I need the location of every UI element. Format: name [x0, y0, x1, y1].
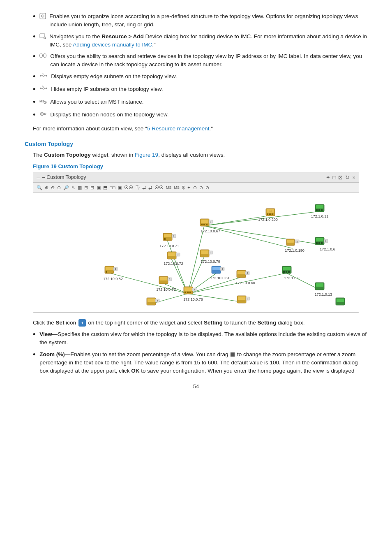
- toolbar-subnet-show[interactable]: ⊙: [192, 185, 198, 191]
- toolbar-search[interactable]: 🔎: [62, 185, 70, 191]
- widget-restore-icon[interactable]: □: [333, 174, 336, 181]
- node-172.10.0.73[interactable]: 3: [159, 276, 172, 284]
- adding-devices-link[interactable]: Adding devices manually to IMC: [73, 42, 152, 48]
- toolbar-zoom-reset[interactable]: ⊙: [56, 185, 62, 191]
- bullet-item-organize: • Enables you to organize icons accordin…: [33, 12, 367, 29]
- node-172.1.0.2[interactable]: [282, 266, 291, 273]
- svg-text:3: 3: [325, 240, 327, 242]
- resource-management-link[interactable]: 5 Resource management: [147, 125, 210, 132]
- ok-bold: OK: [131, 368, 139, 374]
- bullet-item-mst: • MS Allows you to select an MST instanc…: [33, 98, 367, 107]
- bullet-dot-6: •: [33, 97, 35, 107]
- bullet-text-hidden-nodes: Displays the hidden nodes on the topolog…: [50, 111, 367, 119]
- toolbar-search2[interactable]: ⦿⦿: [123, 185, 134, 190]
- toolbar-edge-subnet[interactable]: ⇄: [141, 185, 147, 191]
- custom-topology-heading: Custom Topology: [25, 141, 367, 147]
- toolbar-ms2[interactable]: MS: [173, 185, 181, 190]
- toolbar-cursor[interactable]: ↖: [71, 185, 76, 191]
- toolbar-zoom-fit[interactable]: 🔍: [36, 185, 43, 191]
- svg-text:3: 3: [173, 235, 175, 237]
- custom-view-text: For more information about custom view, …: [33, 124, 367, 133]
- node-172.10.0.82[interactable]: 3: [105, 266, 118, 273]
- label-172.10.0.79: 172.10.0.79: [201, 260, 220, 264]
- toolbar-layout2[interactable]: ⊞: [83, 185, 89, 191]
- toolbar-gear[interactable]: ✦: [186, 185, 191, 191]
- bullet-text-edge-subnets: Displays empty edge subnets on the topol…: [51, 72, 367, 81]
- svg-text:3: 3: [297, 241, 298, 243]
- widget-settings-icon[interactable]: ✦: [326, 174, 330, 181]
- node-172.10.0.61[interactable]: 3: [212, 266, 224, 273]
- svg-rect-86: [168, 253, 175, 256]
- toolbar-export[interactable]: ⬒: [102, 185, 108, 191]
- svg-point-10: [40, 75, 42, 76]
- label-172.10.0.76: 172.10.0.76: [183, 297, 203, 301]
- widget-close-icon[interactable]: ×: [352, 174, 355, 181]
- toolbar-hide-subnet[interactable]: ⇄: [148, 185, 153, 191]
- label-172.1.0.200: 172.1.0.200: [258, 218, 278, 222]
- bullet-dot-2: •: [33, 32, 35, 42]
- svg-rect-122: [238, 297, 245, 300]
- node-172.1.0.190a[interactable]: 3: [286, 239, 299, 246]
- toolbar-binoculars[interactable]: ⦿⦿: [154, 185, 164, 190]
- widget-titlebar: – – Custom Topology ✦ □ ⊠ ↻ ×: [33, 172, 359, 183]
- node-far-right[interactable]: [336, 298, 345, 305]
- toolbar-zoom-in[interactable]: ⊕: [44, 185, 49, 191]
- node-172.10.0.79[interactable]: 3: [200, 250, 213, 257]
- figure-caption: Figure 19 Custom Topology: [33, 163, 367, 169]
- svg-point-24: [45, 102, 46, 103]
- toolbar-dollar[interactable]: $: [181, 185, 185, 190]
- toolbar-print[interactable]: ▣: [117, 185, 122, 191]
- toolbar-layout4[interactable]: ▣: [96, 185, 101, 191]
- label-172.10.0.73: 172.10.0.73: [156, 287, 176, 292]
- svg-rect-99: [160, 277, 167, 280]
- svg-rect-67: [283, 267, 291, 270]
- toolbar-extra1[interactable]: ⊙: [198, 185, 204, 191]
- node-172.10.0.60[interactable]: 3: [237, 270, 249, 278]
- node-172.10.0.71[interactable]: 3: [163, 233, 176, 241]
- node-172.1.0.200[interactable]: ⬚: [266, 209, 275, 216]
- toolbar-layout1[interactable]: ▦: [77, 185, 83, 191]
- svg-rect-94: [106, 267, 113, 270]
- svg-rect-76: [203, 224, 205, 225]
- svg-rect-90: [201, 250, 208, 254]
- svg-rect-72: [316, 283, 323, 287]
- svg-rect-118: [148, 299, 155, 302]
- bottom-bullet-list: • View—Specifies the custom view for whi…: [33, 330, 367, 375]
- node-lower-right[interactable]: 3: [237, 296, 250, 303]
- widget-detach-icon[interactable]: ⊠: [338, 174, 343, 181]
- toolbar-label[interactable]: Tr: [135, 184, 141, 191]
- figure19-link[interactable]: Figure 19: [135, 152, 158, 158]
- label-172.1.0.2: 172.1.0.2: [284, 276, 300, 280]
- svg-text:3: 3: [210, 220, 212, 223]
- widget-refresh-icon[interactable]: ↻: [345, 174, 350, 181]
- search-icon: [39, 53, 47, 61]
- svg-rect-75: [201, 224, 203, 225]
- svg-rect-69: [286, 271, 287, 273]
- bullet-dot-zoom: •: [33, 350, 35, 360]
- svg-text:✦: ✦: [81, 321, 84, 325]
- node-172.1.0.11[interactable]: [315, 204, 324, 212]
- widget-minus-icon[interactable]: –: [37, 174, 40, 181]
- bullet-dot-5: •: [33, 84, 35, 95]
- bullet-dot-view: •: [33, 329, 35, 340]
- label-172.1.0.6: 172.1.0.6: [320, 247, 335, 251]
- toolbar-group[interactable]: □□: [109, 185, 116, 190]
- svg-text:3: 3: [194, 288, 195, 291]
- bullet-text-search: Offers you the ability to search and ret…: [50, 52, 367, 69]
- topology-diagram: ⬚ 172.1.0.200 172.1.0.11 3: [33, 193, 359, 312]
- toolbar-layout3[interactable]: ⊟: [90, 185, 95, 191]
- label-172.1.0.13: 172.1.0.13: [315, 292, 332, 297]
- node-172.10.0.72[interactable]: 3: [167, 252, 180, 259]
- toolbar-extra2[interactable]: ⊙: [205, 185, 210, 191]
- svg-text:3: 3: [247, 272, 248, 274]
- node-lower-left[interactable]: 3: [147, 298, 159, 305]
- svg-rect-70: [288, 271, 290, 273]
- svg-text:3: 3: [210, 251, 212, 254]
- svg-rect-51: [316, 205, 323, 209]
- page-number: 54: [25, 383, 367, 389]
- node-172.1.0.6[interactable]: 3: [315, 237, 328, 245]
- toolbar-ms[interactable]: MS: [165, 185, 173, 190]
- node-172.1.0.13[interactable]: [315, 283, 324, 290]
- toolbar-zoom-out[interactable]: ⊖: [50, 185, 55, 191]
- node-172.10.0.76[interactable]: 3: [184, 287, 196, 294]
